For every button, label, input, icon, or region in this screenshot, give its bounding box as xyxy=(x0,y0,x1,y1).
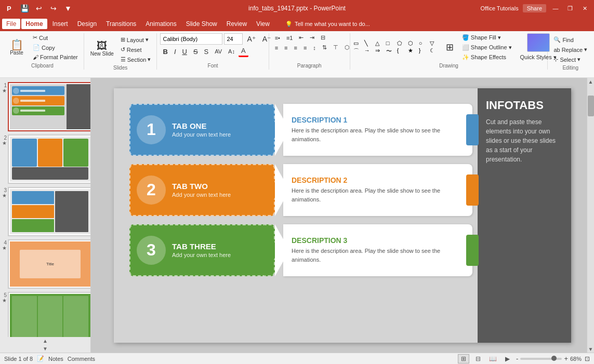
bullets-button[interactable]: ≡• xyxy=(272,34,283,42)
increase-font-button[interactable]: A⁺ xyxy=(244,34,258,44)
zoom-slider-thumb[interactable] xyxy=(551,356,557,361)
shape-hex[interactable]: ⬡ xyxy=(408,40,418,47)
scroll-down-arrow[interactable]: ▼ xyxy=(587,345,595,353)
tab-right-2[interactable]: DESCRIPTION 2 Here is the description ar… xyxy=(283,164,472,216)
shape-oval[interactable]: ○ xyxy=(419,40,429,47)
shape-star[interactable]: ★ xyxy=(408,47,418,55)
customize-icon[interactable]: ▼ xyxy=(62,3,74,14)
reset-button[interactable]: ↺ Reset xyxy=(118,45,154,54)
slide-thumb-5[interactable] xyxy=(8,292,91,341)
tab-left-2[interactable]: 2 TAB TWO Add your own text here xyxy=(129,164,275,216)
scroll-up-arrow[interactable]: ▲ xyxy=(587,78,595,85)
vertical-scrollbar[interactable]: ▲ ▼ xyxy=(587,78,594,353)
zoom-plus-button[interactable]: + xyxy=(564,355,568,362)
menu-slideshow[interactable]: Slide Show xyxy=(182,19,221,29)
slide-sorter-button[interactable]: ⊟ xyxy=(472,354,484,363)
slide-thumb-3[interactable] xyxy=(8,187,91,236)
menu-transitions[interactable]: Transitions xyxy=(102,19,140,29)
shape-line[interactable]: ╲ xyxy=(364,40,375,47)
reading-view-button[interactable]: 📖 xyxy=(487,354,498,363)
section-button[interactable]: ☰ Section ▾ xyxy=(118,55,154,64)
increase-indent-button[interactable]: ⇥ xyxy=(307,33,317,42)
comments-button[interactable]: Comments xyxy=(68,356,95,362)
tell-me-bar[interactable]: 💡 Tell me what you want to do... xyxy=(285,21,370,28)
scroll-handle[interactable] xyxy=(588,96,594,116)
shadow-button[interactable]: S xyxy=(202,47,212,57)
copy-button[interactable]: 📄 Copy xyxy=(30,43,81,52)
office-tutorials-link[interactable]: Office Tutorials xyxy=(480,5,518,11)
shape-arrow2[interactable]: ⇒ xyxy=(375,47,386,55)
slide-panel-scroll-up[interactable]: ▲ xyxy=(42,337,49,345)
shape-pentagon[interactable]: ⬠ xyxy=(397,40,407,47)
select-button[interactable]: ⊹ Select ▾ xyxy=(551,55,590,64)
minimize-button[interactable]: — xyxy=(550,3,561,14)
menu-view[interactable]: View xyxy=(252,19,274,29)
tab-right-1[interactable]: DESCRIPTION 1 Here is the description ar… xyxy=(283,104,472,156)
shape-triangle[interactable]: △ xyxy=(375,40,386,47)
shape-effects-button[interactable]: ✨ Shape Effects xyxy=(459,53,514,62)
underline-button[interactable]: U xyxy=(180,47,190,57)
slide-thumb-2[interactable] xyxy=(8,134,91,184)
undo-icon[interactable]: ↩ xyxy=(33,3,45,14)
align-left-button[interactable]: ≡ xyxy=(272,44,281,52)
redo-icon[interactable]: ↪ xyxy=(48,3,59,14)
italic-button[interactable]: I xyxy=(171,47,179,57)
text-columns-button[interactable]: ⊟ xyxy=(318,33,328,42)
slide-thumb-1[interactable] xyxy=(8,82,91,131)
menu-home[interactable]: Home xyxy=(21,19,47,29)
line-spacing-button[interactable]: ↕ xyxy=(310,44,319,52)
menu-design[interactable]: Design xyxy=(73,19,101,29)
decrease-indent-button[interactable]: ⇤ xyxy=(296,33,306,42)
close-button[interactable]: ✕ xyxy=(579,3,590,14)
share-button[interactable]: Share xyxy=(523,4,546,12)
find-button[interactable]: 🔍 Find xyxy=(551,35,590,44)
justify-button[interactable]: ≡ xyxy=(301,44,309,52)
quick-styles-preview[interactable] xyxy=(527,33,550,52)
zoom-minus-button[interactable]: - xyxy=(516,355,518,362)
cut-button[interactable]: ✂ Cut xyxy=(30,33,81,42)
text-direction-button[interactable]: A↕ xyxy=(226,47,237,56)
shape-curve[interactable]: 〜 xyxy=(386,47,397,55)
font-color-button[interactable]: A xyxy=(239,46,248,57)
fit-to-window-button[interactable]: ⊡ xyxy=(585,355,590,362)
replace-button[interactable]: ab Replace ▾ xyxy=(551,45,590,54)
text-direction-para-button[interactable]: ⇅ xyxy=(320,43,329,52)
tab-right-3[interactable]: DESCRIPTION 3 Here is the description ar… xyxy=(283,224,472,276)
align-center-button[interactable]: ≡ xyxy=(282,44,290,52)
menu-review[interactable]: Review xyxy=(222,19,251,29)
format-painter-button[interactable]: 🖌 Format Painter xyxy=(30,53,81,61)
layout-button[interactable]: ⊞ Layout ▾ xyxy=(118,35,154,44)
save-quick-icon[interactable]: 💾 xyxy=(19,3,30,14)
slide-thumb-4[interactable]: Title xyxy=(8,239,91,289)
shape-brace[interactable]: } xyxy=(419,47,429,55)
font-name-input[interactable] xyxy=(160,33,222,45)
restore-button[interactable]: ❐ xyxy=(565,3,575,14)
align-right-button[interactable]: ≡ xyxy=(291,44,299,52)
bold-button[interactable]: B xyxy=(160,47,170,57)
menu-animations[interactable]: Animations xyxy=(141,19,180,29)
notes-button[interactable]: Notes xyxy=(48,356,63,362)
font-size-input[interactable] xyxy=(224,33,243,45)
shape-more[interactable]: ▽ xyxy=(430,40,440,47)
shape-fill-button[interactable]: 🪣 Shape Fill ▾ xyxy=(459,33,514,42)
shape-rect[interactable]: ▭ xyxy=(353,40,364,47)
arrange-button[interactable]: ⊞ xyxy=(443,41,456,54)
numbering-button[interactable]: ≡1 xyxy=(284,34,296,42)
zoom-slider[interactable] xyxy=(520,358,562,360)
tab-left-1[interactable]: 1 TAB ONE Add your own text here xyxy=(129,104,275,156)
shape-scroll[interactable]: ☾ xyxy=(430,47,440,55)
tab-left-3[interactable]: 3 TAB THREE Add your own text here xyxy=(129,224,275,276)
shape-arrow[interactable]: → xyxy=(364,47,375,55)
normal-view-button[interactable]: ⊞ xyxy=(458,354,469,363)
shape-outline-button[interactable]: ⬜ Shape Outline ▾ xyxy=(459,43,514,52)
char-spacing-button[interactable]: AV xyxy=(212,47,225,56)
align-text-button[interactable]: ⊤ xyxy=(331,43,341,52)
strikethrough-button[interactable]: S xyxy=(191,47,201,57)
menu-insert[interactable]: Insert xyxy=(48,19,72,29)
shape-rect2[interactable]: □ xyxy=(386,40,397,47)
shape-bracket[interactable]: { xyxy=(397,47,407,55)
slide-panel-scroll-down[interactable]: ▼ xyxy=(42,345,49,353)
paste-button[interactable]: 📋 Paste xyxy=(4,34,29,61)
menu-file[interactable]: File xyxy=(2,19,20,29)
shape-arc[interactable]: ⌒ xyxy=(353,47,364,55)
